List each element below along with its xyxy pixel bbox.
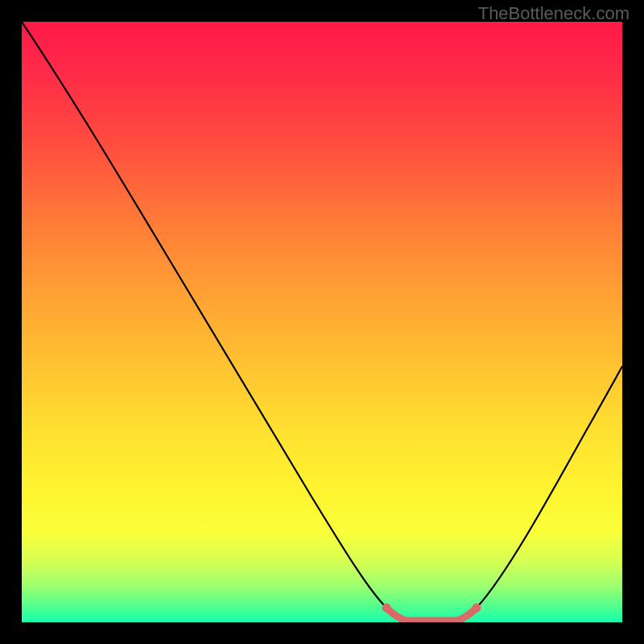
chart-plot-area: [22, 22, 622, 622]
flat-segment-highlight: [386, 608, 477, 621]
flat-segment-start-dot: [382, 604, 391, 613]
flat-segment-end-dot: [473, 604, 481, 613]
watermark-text: TheBottleneck.com: [478, 3, 630, 24]
chart-curve-svg: [22, 22, 622, 622]
bottleneck-curve-line: [22, 22, 622, 621]
